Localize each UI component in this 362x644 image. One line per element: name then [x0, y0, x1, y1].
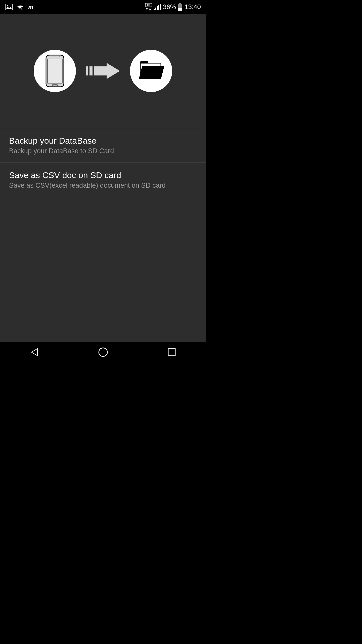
svg-rect-14 [178, 8, 182, 11]
status-left: 1 m [5, 4, 37, 10]
svg-rect-8 [155, 8, 156, 10]
svg-rect-16 [48, 59, 62, 83]
main-content: Backup your DataBase Backup your DataBas… [0, 14, 206, 342]
svg-rect-21 [86, 66, 88, 75]
list-item-subtitle: Backup your DataBase to SD Card [9, 147, 197, 155]
header-illustration [0, 14, 206, 128]
svg-rect-12 [179, 3, 181, 4]
list-item-title: Save as CSV doc on SD card [9, 170, 197, 180]
battery-percent: 36% [163, 3, 176, 11]
svg-point-1 [7, 5, 8, 6]
backup-database-item[interactable]: Backup your DataBase Backup your DataBas… [0, 128, 206, 163]
svg-rect-23 [94, 66, 107, 75]
svg-point-18 [58, 57, 58, 57]
svg-text:1: 1 [21, 8, 22, 10]
svg-rect-10 [158, 5, 159, 10]
signal-icon [154, 4, 161, 10]
svg-rect-7 [154, 9, 155, 10]
wifi-icon: 1 [16, 4, 24, 10]
svg-point-19 [59, 57, 60, 57]
svg-text:m: m [28, 4, 34, 10]
svg-rect-22 [89, 66, 93, 75]
status-bar: 1 m 4G 36% [0, 0, 206, 14]
navigation-bar [0, 342, 206, 362]
status-right: 4G 36% 13:40 [145, 3, 201, 11]
back-button[interactable] [27, 345, 42, 360]
svg-text:4G: 4G [147, 4, 150, 7]
arrow-icon [86, 61, 120, 81]
list-item-subtitle: Save as CSV(excel readable) document on … [9, 182, 197, 189]
battery-icon [178, 3, 183, 11]
status-time: 13:40 [185, 3, 201, 11]
network-4g-icon: 4G [145, 3, 152, 11]
m-icon: m [28, 4, 37, 10]
svg-rect-17 [52, 57, 57, 57]
svg-point-25 [99, 348, 107, 356]
svg-rect-26 [168, 349, 175, 356]
list-item-title: Backup your DataBase [9, 136, 197, 146]
phone-circle-icon [34, 50, 76, 92]
svg-rect-11 [160, 4, 161, 10]
home-button[interactable] [96, 345, 111, 360]
svg-rect-9 [157, 6, 158, 10]
save-csv-item[interactable]: Save as CSV doc on SD card Save as CSV(e… [0, 163, 206, 197]
gallery-icon [5, 4, 13, 10]
folder-circle-icon [130, 50, 172, 92]
recent-apps-button[interactable] [164, 345, 179, 360]
